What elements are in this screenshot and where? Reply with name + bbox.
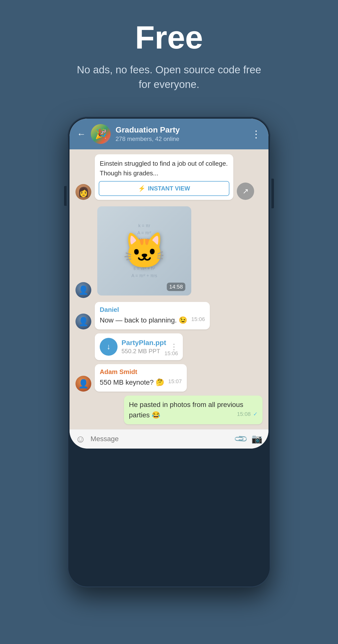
sticker-timestamp: 14:58 [167, 282, 185, 291]
file-name: PartyPlan.ppt [121, 339, 166, 347]
chat-body: Einstein struggled to find a job out of … [69, 149, 269, 429]
share-button[interactable]: ↗ [237, 182, 254, 200]
adam-message-text: 550 MB keynote? 🤔 [100, 378, 164, 386]
emoji-button[interactable]: ☺ [75, 434, 86, 444]
back-button[interactable]: ← [77, 129, 86, 139]
adam-bubble: Adam Smidt 550 MB keynote? 🤔 15:07 [95, 364, 187, 392]
instant-view-label: INSTANT VIEW [148, 185, 190, 192]
page-title: Free [10, 20, 328, 55]
avatar-man1: 👤 [75, 282, 91, 298]
phone-frame: ← 🎉 Graduation Party 278 members, 42 onl… [67, 117, 271, 587]
download-icon: ↓ [107, 342, 111, 351]
avatar-daniel: 👤 [75, 314, 91, 330]
hero-section: Free No ads, no fees. Open source code f… [0, 0, 338, 107]
sender-name-daniel: Daniel [100, 306, 205, 314]
sticker-message-row: 👤 k = πr A = πr² V = l² P = 2πr A = πr² … [75, 204, 263, 298]
self-bubble: He pasted in photos from all previous pa… [124, 396, 263, 424]
instant-view-button[interactable]: ⚡ INSTANT VIEW [99, 181, 229, 196]
hero-subtitle: No ads, no fees. Open source code free f… [72, 63, 266, 92]
group-name: Graduation Party [116, 125, 246, 134]
self-message-row: He pasted in photos from all previous pa… [75, 396, 263, 424]
article-preview-text: Einstein struggled to find a job out of … [95, 154, 233, 181]
file-bubble: ↓ PartyPlan.ppt 550.2 MB PPT ⋮ 15:06 [95, 334, 183, 360]
lightning-icon: ⚡ [138, 185, 145, 192]
group-avatar: 🎉 [91, 124, 111, 144]
file-info: PartyPlan.ppt 550.2 MB PPT [121, 339, 166, 355]
avatar-woman [75, 184, 91, 200]
camera-button[interactable]: 📷 [251, 434, 263, 444]
more-options-button[interactable]: ⋮ [251, 128, 261, 140]
daniel-message-time: 15:06 [191, 316, 205, 322]
group-info: Graduation Party 278 members, 42 online [116, 125, 246, 142]
self-message-text: He pasted in photos from all previous pa… [129, 401, 243, 419]
sender-name-adam: Adam Smidt [100, 368, 182, 376]
attach-button[interactable]: 📎 [233, 431, 249, 446]
group-members: 278 members, 42 online [116, 136, 246, 142]
article-bubble: Einstein struggled to find a job out of … [95, 154, 233, 200]
read-checkmark: ✓ [253, 411, 258, 417]
daniel-message-text: Now — back to planning. 😉 [100, 316, 187, 324]
chat-header: ← 🎉 Graduation Party 278 members, 42 onl… [69, 119, 269, 149]
phone-wrapper: ← 🎉 Graduation Party 278 members, 42 onl… [67, 117, 271, 587]
adam-message-row: 👤 Adam Smidt 550 MB keynote? 🤔 15:07 [75, 364, 263, 392]
avatar-adam: 👤 [75, 376, 91, 392]
sticker-bubble: k = πr A = πr² V = l² P = 2πr A = πr² s … [95, 204, 194, 298]
cat-sticker: 🐱 [123, 230, 166, 271]
file-time: 15:06 [164, 350, 178, 357]
input-bar: ☺ 📎 📷 [69, 429, 269, 448]
phone-inner: ← 🎉 Graduation Party 278 members, 42 onl… [69, 119, 269, 448]
daniel-message-row: 👤 Daniel Now — back to planning. 😉 15:06 [75, 302, 263, 330]
file-download-button[interactable]: ↓ [100, 338, 117, 356]
adam-message-time: 15:07 [168, 378, 182, 385]
file-message-row: ↓ PartyPlan.ppt 550.2 MB PPT ⋮ 15:06 [75, 334, 263, 360]
message-row: Einstein struggled to find a job out of … [75, 154, 263, 200]
self-message-time: 15:08 ✓ [237, 411, 258, 417]
sticker-area: k = πr A = πr² V = l² P = 2πr A = πr² s … [97, 206, 191, 296]
daniel-bubble: Daniel Now — back to planning. 😉 15:06 [95, 302, 210, 330]
message-input[interactable] [91, 435, 230, 443]
file-size: 550.2 MB PPT [121, 348, 166, 355]
